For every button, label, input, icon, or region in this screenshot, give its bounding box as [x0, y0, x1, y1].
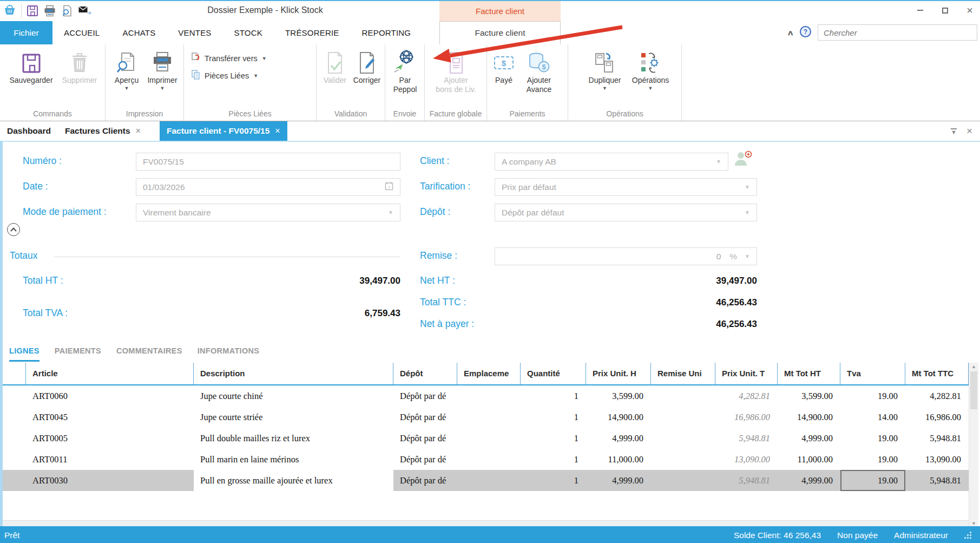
tab-fichier[interactable]: Fichier [0, 21, 52, 44]
chevron-down-icon[interactable]: ▼ [716, 159, 721, 165]
tab-informations[interactable]: INFORMATIONS [198, 346, 260, 362]
tarification-label: Tarification : [420, 181, 470, 192]
ribbon-tab-tr-sorerie[interactable]: TRÉSORERIE [274, 21, 351, 44]
close-tab-icon[interactable]: × [136, 126, 141, 136]
tab-paiements[interactable]: PAIEMENTS [55, 346, 101, 362]
column-header-d-p-t[interactable]: Dépôt [393, 363, 457, 384]
group-facture-globale: Ajouterbons de Liv. Facture globale [425, 44, 487, 121]
add-client-icon[interactable] [734, 151, 752, 169]
tab-lignes[interactable]: LIGNES [9, 346, 40, 362]
column-header-quantit[interactable]: Quantité [521, 363, 586, 384]
cell-mt-tot-ht: 14,900.00 [778, 407, 840, 428]
cell-quantit: 1 [521, 407, 586, 428]
send-peppol-button[interactable]: ParPeppol [386, 47, 424, 94]
numero-label: Numéro : [23, 155, 62, 167]
tarification-value: Prix par défaut [502, 182, 556, 192]
preview-button[interactable]: Aperçu ▼ [110, 47, 143, 91]
add-advance-button[interactable]: $ AjouterAvance [518, 47, 560, 94]
ribbon-tab-ventes[interactable]: VENTES [167, 21, 222, 44]
table-row[interactable]: ART0060Jupe courte chinéDépôt par dé13,5… [3, 385, 969, 407]
column-header-mt-tot-ht[interactable]: Mt Tot HT [778, 363, 840, 384]
operations-button[interactable]: Opérations ▼ [629, 47, 672, 91]
group-label-pieces-liees: Pièces Liées [184, 109, 316, 118]
scroll-down-icon[interactable]: ▼ [971, 521, 976, 526]
column-header-prix-unit-t[interactable]: Prix Unit. T [715, 363, 778, 384]
table-row[interactable]: ART0030Pull en grosse maille ajourée et … [3, 470, 969, 491]
ribbon-tab-achats[interactable]: ACHATS [111, 21, 167, 44]
svg-text:$: $ [502, 58, 507, 68]
validate-button[interactable]: Valider [320, 47, 350, 85]
column-header-tva[interactable]: Tva [840, 363, 905, 384]
minimize-button[interactable] [914, 4, 926, 16]
save-button[interactable]: Sauvegarder [5, 47, 57, 85]
date-field[interactable]: 01/03/2026 7 [136, 178, 400, 196]
peppol-label-1: Par [399, 76, 411, 84]
collapse-ribbon-icon[interactable]: ∧ [787, 29, 794, 37]
chevron-down-icon[interactable]: ▼ [388, 210, 393, 215]
help-icon[interactable]: ? [800, 26, 811, 40]
contextual-tab-header: Facture client [439, 1, 561, 21]
trash-icon [69, 47, 90, 74]
depot-select[interactable]: Dépôt par défaut▼ [495, 204, 757, 221]
column-header-mt-tot-ttc[interactable]: Mt Tot TTC [905, 363, 969, 384]
tarification-select[interactable]: Prix par défaut▼ [495, 178, 757, 196]
close-document-icon[interactable]: × [966, 125, 972, 137]
banknote-icon: $ [493, 47, 515, 74]
payment-mode-select[interactable]: Virement bancaire▼ [136, 204, 400, 221]
add-delivery-notes-button[interactable]: Ajouterbons de Liv. [427, 47, 484, 94]
tab-commentaires[interactable]: COMMENTAIRES [116, 346, 182, 362]
tab-list-icon[interactable]: ▼ [951, 128, 957, 134]
ribbon-tab-accueil[interactable]: ACCUEIL [52, 21, 111, 44]
tab-facture-client[interactable]: Facture client [439, 21, 561, 44]
app-basket-icon [3, 4, 16, 18]
maximize-button[interactable] [939, 4, 951, 16]
paid-button[interactable]: $ Payé [491, 47, 516, 85]
cell-description[interactable]: Pull en grosse maille ajourée et lurex [194, 470, 393, 491]
cell-mt-tot-ttc: 16,986.00 [905, 407, 969, 428]
cell-tva: 14.00 [840, 407, 905, 428]
table-row[interactable]: ART0045Jupe courte striéeDépôt par dé114… [3, 407, 969, 428]
vertical-scrollbar[interactable]: ▲ ▼ [969, 363, 978, 527]
chevron-down-icon[interactable]: ▼ [745, 184, 750, 190]
collapse-section-button[interactable] [7, 223, 20, 236]
save-icon[interactable] [27, 5, 38, 17]
table-row[interactable]: ART0005Pull double mailles riz et lurexD… [3, 428, 969, 449]
column-header-article[interactable]: Article [26, 363, 194, 384]
ribbon-tab-stock[interactable]: STOCK [223, 21, 274, 44]
search-input[interactable] [818, 24, 977, 41]
numero-field[interactable]: FV0075/15 [136, 153, 400, 171]
print-button[interactable]: Imprimer ▼ [144, 47, 180, 91]
column-header-remise-uni[interactable]: Remise Uni [651, 363, 715, 384]
column-header-description[interactable]: Description [194, 363, 393, 384]
delete-button[interactable]: Supprimer [58, 47, 101, 85]
resize-grip-icon[interactable] [964, 532, 971, 539]
scrollbar-thumb[interactable] [970, 371, 977, 409]
scroll-up-icon[interactable]: ▲ [971, 364, 976, 369]
ribbon: Sauvegarder Supprimer Commands Aperçu ▼ … [0, 44, 980, 121]
ribbon-tab-reporting[interactable]: REPORTING [351, 21, 423, 44]
close-tab-icon[interactable]: × [275, 126, 280, 136]
coins-icon: $ [528, 47, 550, 74]
correct-button[interactable]: Corriger [351, 47, 383, 85]
table-row[interactable]: ART0011Pull marin en laine mérinosDépôt … [3, 449, 969, 470]
chevron-down-icon[interactable]: ▼ [745, 210, 750, 215]
duplicate-button[interactable]: Dupliquer ▼ [582, 47, 628, 91]
transfer-to-button[interactable]: Transférer vers ▼ [190, 52, 267, 64]
doc-tab-factures-clients[interactable]: Factures Clients× [58, 121, 148, 141]
chevron-down-icon[interactable]: ▼ [745, 253, 750, 259]
doc-tab-dashboard[interactable]: Dashboard [0, 121, 58, 141]
linked-documents-button[interactable]: Pièces Liées ▼ [190, 69, 258, 82]
send-mail-icon[interactable] [78, 5, 92, 16]
ribbon-right-tools: ∧ ? [788, 24, 977, 41]
calendar-icon[interactable]: 7 [385, 181, 393, 193]
grid-body: ART0060Jupe courte chinéDépôt par dé13,5… [3, 385, 969, 491]
doc-tab-facture-client-fv0075-15[interactable]: Facture client - FV0075/15× [160, 121, 287, 141]
close-button[interactable]: × [964, 4, 976, 16]
print-preview-icon[interactable] [61, 5, 73, 17]
print-icon[interactable] [43, 5, 56, 17]
column-header-prix-unit-h[interactable]: Prix Unit. H [586, 363, 651, 384]
client-select[interactable]: A company AB▼ [495, 153, 728, 171]
remise-field[interactable]: 0 % ▼ [495, 247, 757, 265]
cell-tva[interactable]: 19.00 [840, 470, 905, 491]
column-header-emplaceme[interactable]: Emplaceme [457, 363, 521, 384]
